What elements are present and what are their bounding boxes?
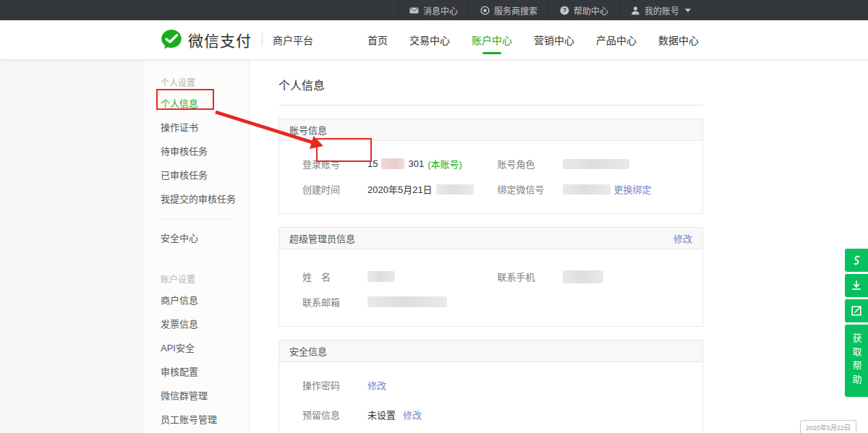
floating-help-toolbar: 获取帮助 bbox=[845, 249, 868, 397]
link-share-button[interactable] bbox=[845, 249, 868, 272]
rebind-link[interactable]: 更换绑定 bbox=[614, 182, 652, 196]
security-info-section: 安全信息 操作密码 修改 预留信息 未设置 修改 预留信息是由你自己设置的一段文… bbox=[278, 340, 703, 433]
super-admin-section: 超级管理员信息 修改 姓 名 联系手机 bbox=[278, 227, 703, 327]
redacted-account-role bbox=[563, 159, 629, 169]
login-account-suffix: 301 bbox=[408, 158, 424, 169]
operation-password-label: 操作密码 bbox=[302, 378, 367, 392]
page-title: 个人信息 bbox=[278, 69, 703, 106]
brand[interactable]: 微信支付 商户平台 bbox=[161, 29, 313, 51]
reserved-info-label: 预留信息 bbox=[302, 408, 367, 421]
admin-phone-value bbox=[563, 270, 603, 283]
admin-phone-label: 联系手机 bbox=[498, 270, 563, 283]
sidebar-item-personal-info[interactable]: 个人信息 bbox=[161, 91, 249, 115]
sidebar-item-invoice-info[interactable]: 发票信息 bbox=[161, 312, 249, 335]
chevron-down-icon bbox=[685, 9, 691, 12]
spacer bbox=[161, 249, 249, 262]
admin-email-value bbox=[367, 296, 447, 307]
super-admin-edit-link[interactable]: 修改 bbox=[673, 231, 692, 245]
account-role-cell: 账号角色 bbox=[498, 157, 693, 171]
redacted-wechat-id bbox=[563, 184, 610, 194]
info-row: 创建时间 2020年5月21日 绑定微信号 更换绑定 bbox=[302, 182, 692, 196]
search-icon bbox=[480, 6, 490, 15]
nav-data-center[interactable]: 数据中心 bbox=[654, 25, 703, 54]
my-account-label: 我的账号 bbox=[644, 4, 679, 17]
user-icon bbox=[631, 6, 640, 15]
account-role-value bbox=[563, 159, 629, 169]
admin-email-label: 联系邮箱 bbox=[302, 295, 367, 309]
sidebar-item-security-center[interactable]: 安全中心 bbox=[161, 226, 249, 249]
super-admin-header: 超级管理员信息 修改 bbox=[279, 228, 702, 249]
svg-text:?: ? bbox=[563, 7, 566, 14]
reserved-info-status: 未设置 bbox=[367, 408, 396, 421]
login-account-value: 15 301 (本账号) bbox=[367, 157, 462, 171]
main-nav: 首页 交易中心 账户中心 营销中心 产品中心 数据中心 bbox=[363, 25, 703, 54]
login-account-prefix: 15 bbox=[367, 158, 378, 169]
sidebar-item-operation-certificate[interactable]: 操作证书 bbox=[161, 115, 249, 139]
sidebar-item-pending-review-tasks[interactable]: 待审核任务 bbox=[161, 139, 249, 163]
account-info-body: 登录账号 15 301 (本账号) 账号角色 bbox=[279, 141, 702, 213]
page: 消息中心 服务商搜索 ? 帮助中心 我的账号 bbox=[0, 0, 868, 433]
download-button[interactable] bbox=[845, 274, 868, 297]
admin-name-label: 姓 名 bbox=[302, 270, 367, 283]
redacted-admin-phone bbox=[563, 270, 603, 283]
divider bbox=[161, 219, 233, 220]
account-info-title: 账号信息 bbox=[289, 123, 327, 137]
nav-trade-center[interactable]: 交易中心 bbox=[405, 25, 454, 54]
nav-product-center[interactable]: 产品中心 bbox=[592, 25, 641, 54]
divider bbox=[262, 33, 263, 46]
page-body: 个人设置 个人信息 操作证书 待审核任务 已审核任务 我提交的审核任务 安全中心… bbox=[0, 60, 868, 433]
sidebar: 个人设置 个人信息 操作证书 待审核任务 已审核任务 我提交的审核任务 安全中心… bbox=[145, 60, 250, 433]
help-icon: ? bbox=[560, 6, 569, 15]
wechat-pay-logo-icon bbox=[161, 29, 182, 51]
super-admin-body: 姓 名 联系手机 bbox=[279, 249, 702, 326]
admin-name-cell: 姓 名 bbox=[302, 270, 498, 283]
sidebar-item-reviewed-tasks[interactable]: 已审核任务 bbox=[161, 163, 249, 187]
account-info-header: 账号信息 bbox=[279, 119, 702, 141]
security-info-body: 操作密码 修改 预留信息 未设置 修改 预留信息是由你自己设置的一段文字，用来鉴… bbox=[279, 362, 702, 433]
info-row: 姓 名 联系手机 bbox=[302, 270, 692, 283]
sidebar-item-staff-account-mgmt[interactable]: 员工账号管理 bbox=[161, 407, 249, 431]
main-content: 个人信息 账号信息 登录账号 15 301 (本账号) bbox=[250, 60, 868, 433]
security-info-header: 安全信息 bbox=[279, 340, 702, 362]
left-gutter bbox=[0, 60, 145, 433]
app-header: 微信支付 商户平台 首页 交易中心 账户中心 营销中心 产品中心 数据中心 bbox=[0, 20, 868, 60]
sidebar-group-personal-settings: 个人设置 bbox=[161, 76, 249, 88]
operation-password-edit-link[interactable]: 修改 bbox=[367, 378, 386, 392]
nav-account-center[interactable]: 账户中心 bbox=[467, 25, 516, 54]
nav-marketing-center[interactable]: 营销中心 bbox=[529, 25, 579, 54]
message-center-link[interactable]: 消息中心 bbox=[399, 0, 469, 20]
service-provider-search-label: 服务商搜索 bbox=[494, 4, 537, 17]
sidebar-item-merchant-info[interactable]: 商户信息 bbox=[161, 288, 249, 312]
link-icon bbox=[851, 254, 862, 266]
redacted-login-middle bbox=[381, 158, 404, 169]
top-utility-bar: 消息中心 服务商搜索 ? 帮助中心 我的账号 bbox=[0, 0, 868, 20]
bound-wechat-cell: 绑定微信号 更换绑定 bbox=[498, 182, 693, 196]
admin-email-cell: 联系邮箱 bbox=[302, 295, 498, 309]
nav-home[interactable]: 首页 bbox=[363, 25, 392, 54]
operation-password-row: 操作密码 修改 bbox=[302, 378, 692, 392]
reserved-info-row: 预留信息 未设置 修改 bbox=[302, 408, 692, 421]
my-account-menu[interactable]: 我的账号 bbox=[620, 0, 702, 20]
edit-icon bbox=[851, 305, 862, 317]
sidebar-group-account-settings: 账户设置 bbox=[161, 273, 249, 285]
service-provider-search-link[interactable]: 服务商搜索 bbox=[469, 0, 548, 20]
super-admin-title: 超级管理员信息 bbox=[289, 231, 355, 245]
redacted-admin-name bbox=[367, 271, 395, 282]
help-center-link[interactable]: ? 帮助中心 bbox=[549, 0, 619, 20]
sidebar-item-api-security[interactable]: API安全 bbox=[161, 335, 249, 359]
login-account-cell: 登录账号 15 301 (本账号) bbox=[302, 157, 498, 171]
feedback-button[interactable] bbox=[845, 299, 868, 322]
help-center-label: 帮助中心 bbox=[574, 4, 608, 17]
date-badge: 2020年5月22日 bbox=[800, 420, 856, 433]
created-time-value: 2020年5月21日 bbox=[367, 182, 474, 196]
account-info-section: 账号信息 登录账号 15 301 (本账号) bbox=[278, 119, 703, 214]
bound-wechat-label: 绑定微信号 bbox=[498, 182, 563, 196]
sidebar-item-review-config[interactable]: 审核配置 bbox=[161, 359, 249, 383]
get-help-button[interactable]: 获取帮助 bbox=[845, 325, 868, 397]
created-time-cell: 创建时间 2020年5月21日 bbox=[302, 182, 498, 196]
brand-subtitle: 商户平台 bbox=[273, 33, 313, 47]
reserved-info-edit-link[interactable]: 修改 bbox=[403, 408, 422, 421]
sidebar-item-my-submitted-tasks[interactable]: 我提交的审核任务 bbox=[161, 187, 249, 210]
redacted-admin-email bbox=[367, 296, 447, 307]
sidebar-item-wechat-group-mgmt[interactable]: 微信群管理 bbox=[161, 383, 249, 407]
